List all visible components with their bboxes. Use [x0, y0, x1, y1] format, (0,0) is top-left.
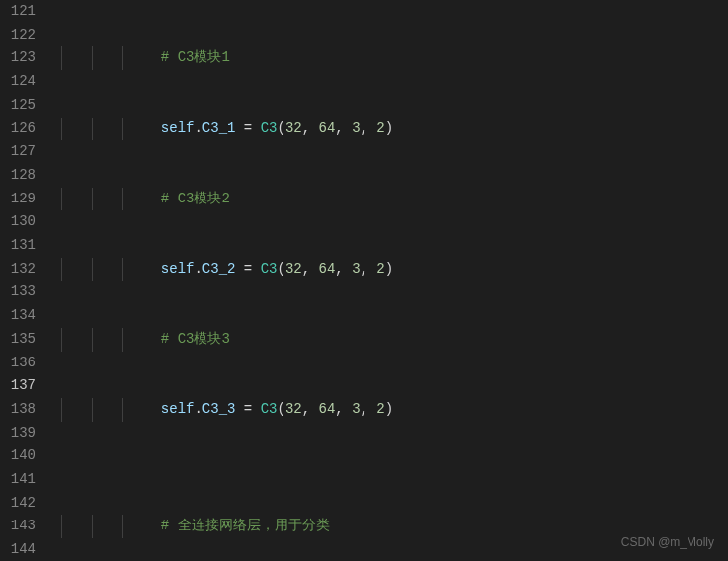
line-number: 130: [0, 210, 40, 234]
line-number: 138: [0, 398, 40, 422]
line-number: 144: [0, 538, 40, 561]
line-number: 143: [0, 515, 40, 538]
line-number: 129: [0, 188, 40, 211]
code-line: self.C3_2 = C3(32, 64, 3, 2): [57, 258, 728, 281]
line-number: 125: [0, 94, 40, 118]
line-number: 127: [0, 140, 40, 164]
line-number: 123: [0, 46, 40, 70]
code-line: self.C3_1 = C3(32, 64, 3, 2): [57, 118, 728, 141]
code-line: # C3模块2: [57, 188, 728, 211]
line-number: 137: [0, 374, 40, 398]
line-number: 121: [0, 0, 40, 24]
line-number: 141: [0, 468, 40, 492]
line-number: 139: [0, 422, 40, 445]
line-number: 126: [0, 118, 40, 141]
line-number: 131: [0, 234, 40, 258]
code-line: # C3模块1: [57, 46, 728, 70]
line-number: 142: [0, 492, 40, 516]
line-number: 133: [0, 280, 40, 304]
line-number: 140: [0, 444, 40, 468]
line-number: 134: [0, 304, 40, 328]
line-number: 135: [0, 328, 40, 352]
code-editor[interactable]: 1211221231241251261271281291301311321331…: [0, 0, 728, 561]
line-number-gutter: 1211221231241251261271281291301311321331…: [0, 0, 57, 561]
code-line: self.C3_3 = C3(32, 64, 3, 2): [57, 398, 728, 422]
line-number: 136: [0, 352, 40, 375]
line-number: 132: [0, 258, 40, 281]
code-line: # C3模块3: [57, 328, 728, 352]
code-area[interactable]: # C3模块1 self.C3_1 = C3(32, 64, 3, 2) # C…: [57, 0, 728, 561]
line-number: 122: [0, 24, 40, 47]
watermark: CSDN @m_Molly: [621, 531, 714, 555]
line-number: 128: [0, 164, 40, 188]
line-number: 124: [0, 70, 40, 94]
